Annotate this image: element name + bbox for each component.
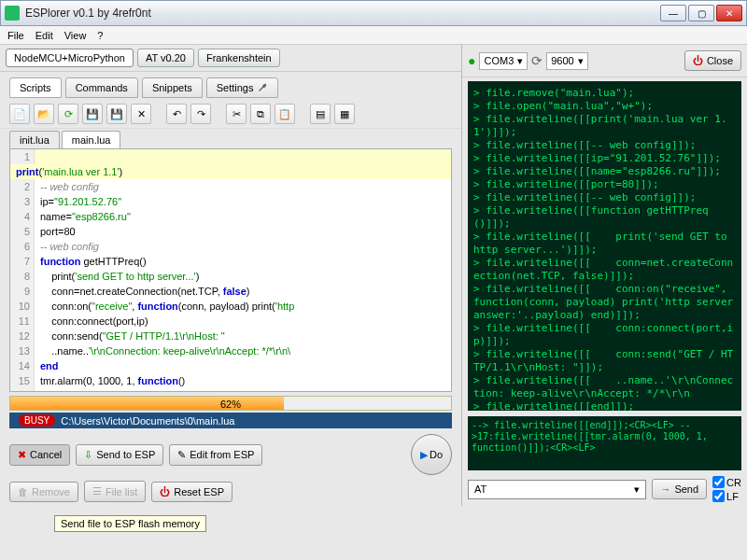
- file-list-button[interactable]: ☰File list: [84, 481, 146, 502]
- cancel-button[interactable]: ✖Cancel: [9, 444, 70, 466]
- tab-franken[interactable]: Frankenshtein: [198, 49, 280, 67]
- send-to-esp-button[interactable]: ⇩Send to ESP: [76, 444, 163, 466]
- command-input[interactable]: AT▾: [468, 480, 646, 499]
- wrench-icon: [257, 82, 268, 93]
- lf-checkbox[interactable]: LF: [712, 490, 741, 502]
- save-icon[interactable]: 💾: [82, 104, 103, 124]
- minimize-button[interactable]: —: [660, 5, 686, 21]
- busy-badge: BUSY: [19, 414, 55, 427]
- redo-icon[interactable]: ↷: [190, 104, 211, 124]
- connect-icon[interactable]: ●: [468, 53, 475, 68]
- cr-checkbox[interactable]: CR: [712, 476, 741, 488]
- maximize-button[interactable]: ▢: [688, 5, 714, 21]
- file-path: C:\Users\Victor\Documents\0\main.lua: [61, 415, 234, 427]
- reload-icon[interactable]: ⟳: [58, 104, 78, 124]
- window-title: ESPlorer v0.1 by 4refr0nt: [25, 7, 660, 20]
- code-editor[interactable]: 1print(print('main.lua ver 1.1')'main.lu…: [9, 148, 452, 392]
- copy-icon[interactable]: ⧉: [250, 104, 271, 124]
- tab-nodemcu[interactable]: NodeMCU+MicroPython: [6, 49, 134, 67]
- subtab-snippets[interactable]: Snippets: [142, 77, 203, 98]
- paste-icon[interactable]: 📋: [275, 104, 295, 124]
- close-port-button[interactable]: ⏻Close: [684, 50, 741, 71]
- new-file-icon[interactable]: 📄: [9, 104, 30, 124]
- send-button[interactable]: →Send: [652, 479, 707, 499]
- save-all-icon[interactable]: 💾: [106, 104, 127, 124]
- baud-select[interactable]: 9600▾: [546, 52, 587, 70]
- menu-help[interactable]: ?: [97, 30, 103, 41]
- tab-at[interactable]: AT v0.20: [137, 49, 194, 67]
- block-icon[interactable]: ▤: [310, 104, 331, 124]
- open-file-icon[interactable]: 📂: [34, 104, 54, 124]
- close-window-button[interactable]: ✕: [716, 5, 742, 21]
- cut-icon[interactable]: ✂: [226, 104, 247, 124]
- remove-button[interactable]: 🗑Remove: [9, 482, 78, 502]
- menu-view[interactable]: View: [64, 30, 87, 41]
- undo-icon[interactable]: ↶: [166, 104, 187, 124]
- terminal-echo[interactable]: --> file.writeline([[end]]);<CR><LF> -->…: [468, 416, 741, 470]
- menu-file[interactable]: File: [7, 30, 24, 41]
- refresh-icon[interactable]: ⟳: [531, 53, 543, 68]
- subtab-commands[interactable]: Commands: [65, 77, 138, 98]
- upload-progress: 62%: [9, 396, 452, 411]
- block2-icon[interactable]: ▦: [334, 104, 355, 124]
- app-icon: [5, 6, 20, 21]
- menu-edit[interactable]: Edit: [35, 30, 53, 41]
- do-button[interactable]: ▶Do: [411, 434, 452, 475]
- close-file-icon[interactable]: ✕: [131, 104, 151, 124]
- subtab-scripts[interactable]: Scripts: [9, 77, 62, 98]
- edit-from-esp-button[interactable]: ✎Edit from ESP: [169, 444, 262, 466]
- subtab-settings[interactable]: Settings: [206, 77, 279, 98]
- filetab-init[interactable]: init.lua: [9, 131, 60, 148]
- port-select[interactable]: COM3▾: [479, 52, 528, 70]
- filetab-main[interactable]: main.lua: [62, 131, 121, 148]
- tooltip: Send file to ESP flash memory: [54, 515, 206, 532]
- reset-esp-button[interactable]: ⏻Reset ESP: [151, 482, 233, 502]
- terminal-output[interactable]: > file.remove("main.lua"); > file.open("…: [468, 81, 741, 411]
